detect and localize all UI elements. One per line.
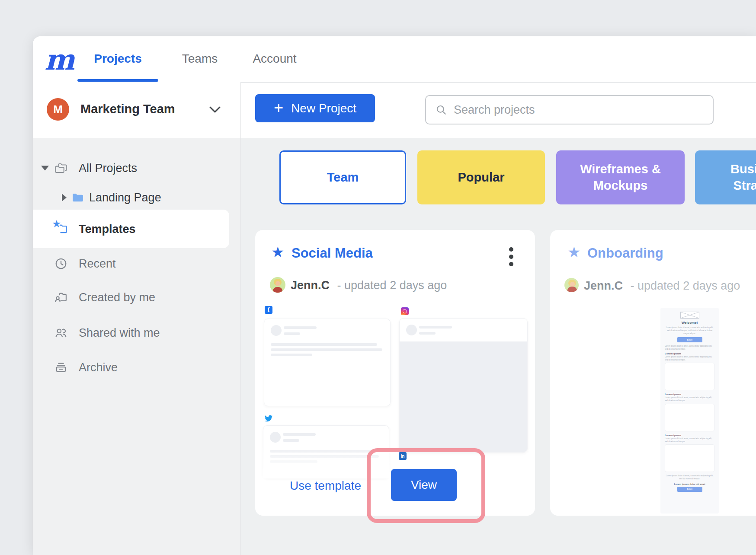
team-name: Marketing Team: [80, 102, 175, 116]
active-tab-underline: [77, 79, 158, 82]
sidebar-item-archive[interactable]: Archive: [33, 355, 240, 380]
twitter-post-mockup: [263, 425, 389, 478]
filter-chip-team[interactable]: Team: [279, 150, 406, 204]
email-section-heading: Lorem ipsum: [665, 393, 714, 396]
sidebar-item-shared-with-me[interactable]: Shared with me: [33, 321, 240, 345]
sidebar-item-label: Templates: [79, 222, 136, 236]
avatar: [564, 278, 579, 292]
author-name: Jenn.C: [291, 279, 330, 292]
app-window: m Projects Teams Account M Marketing Tea…: [33, 36, 756, 555]
folders-icon: [54, 162, 67, 175]
filter-chip-wireframes-mockups[interactable]: Wireframes & Mockups: [556, 150, 685, 204]
chip-label: Team: [327, 169, 359, 186]
card-title[interactable]: Social Media: [292, 246, 373, 261]
tab-teams[interactable]: Teams: [172, 36, 228, 81]
view-button[interactable]: View: [391, 469, 457, 501]
star-icon[interactable]: ★: [567, 245, 580, 259]
star-icon[interactable]: ★: [271, 245, 284, 259]
email-paragraph: Lorem ipsum dolor sit amet, consectetur …: [665, 326, 714, 335]
top-nav: m Projects Teams Account: [33, 36, 756, 83]
card-title[interactable]: Onboarding: [587, 246, 663, 261]
expand-caret-icon[interactable]: [62, 194, 67, 201]
chip-label: Wireframes & Mockups: [573, 161, 668, 194]
sidebar-divider: [240, 82, 241, 555]
app-screen: m Projects Teams Account M Marketing Tea…: [0, 0, 756, 555]
team-switcher[interactable]: M Marketing Team: [33, 82, 240, 138]
new-project-label: New Project: [291, 102, 356, 115]
archive-icon: [54, 361, 67, 374]
template-card-social-media[interactable]: ★ Social Media Jenn.C - updated 2 days a…: [255, 230, 535, 516]
sidebar-item-label: Shared with me: [79, 326, 160, 340]
chevron-down-icon: [209, 106, 221, 113]
sidebar-item-label: Created by me: [79, 291, 155, 304]
sidebar-item-label: Landing Page: [89, 191, 161, 204]
email-paragraph: Lorem ipsum dolor sit amet, consectetur …: [665, 437, 714, 443]
updated-text: - updated 2 days ago: [631, 279, 740, 292]
email-section-heading: Lorem ipsum: [665, 434, 714, 437]
app-logo[interactable]: m: [44, 40, 75, 80]
sidebar-item-all-projects[interactable]: All Projects: [33, 156, 240, 180]
star-icon: ★: [52, 219, 61, 229]
sidebar-item-label: Recent: [79, 257, 116, 271]
filter-chip-popular[interactable]: Popular: [417, 150, 545, 204]
email-footer-heading: Lorem ipsum dolor sit amet: [665, 483, 714, 485]
card-byline: Jenn.C - updated 2 days ago: [584, 279, 740, 293]
instagram-icon: [401, 307, 409, 315]
sidebar-item-label: Archive: [79, 361, 118, 374]
team-avatar: M: [47, 98, 69, 121]
twitter-icon: [265, 415, 272, 422]
tab-account[interactable]: Account: [242, 36, 307, 81]
email-paragraph: Lorem ipsum dolor sit amet, consectetur …: [665, 396, 714, 402]
template-card-onboarding[interactable]: ★ Onboarding Jenn.C - updated 2 days ago…: [550, 230, 756, 516]
email-paragraph: Lorem ipsum dolor sit amet, consectetur …: [665, 356, 714, 362]
email-button: Button: [677, 487, 702, 492]
collapse-caret-icon[interactable]: [41, 166, 49, 171]
chip-label: Business Strategy: [726, 161, 756, 194]
sidebar-item-recent[interactable]: Recent: [33, 252, 240, 276]
use-template-link[interactable]: Use template: [290, 479, 361, 493]
image-placeholder-icon: [680, 312, 699, 319]
kebab-menu-icon[interactable]: [506, 247, 516, 266]
email-content-block: [665, 444, 714, 472]
email-content-block: [665, 404, 714, 431]
search-icon: [436, 104, 447, 115]
email-button: Button: [677, 337, 702, 342]
sidebar-item-templates[interactable]: ★ Templates: [33, 210, 229, 248]
tab-projects[interactable]: Projects: [77, 36, 158, 81]
folder-icon: [71, 191, 84, 204]
email-paragraph: Lorem ipsum dolor sit amet, consectetur …: [665, 345, 714, 351]
clock-icon: [54, 257, 67, 270]
email-paragraph: Lorem ipsum dolor sit amet, consectetur …: [665, 475, 714, 481]
people-icon: [54, 326, 67, 339]
chip-label: Popular: [458, 169, 505, 186]
sidebar-item-landing-page[interactable]: Landing Page: [33, 185, 240, 210]
updated-text: - updated 2 days ago: [337, 279, 447, 292]
avatar: [270, 277, 285, 293]
facebook-post-mockup: [264, 319, 391, 406]
instagram-post-mockup: [399, 318, 528, 453]
author-name: Jenn.C: [584, 279, 623, 292]
filter-chip-business-strategy[interactable]: Business Strategy: [695, 150, 756, 204]
facebook-icon: f: [265, 306, 272, 314]
email-content-block: [665, 363, 714, 390]
sidebar-item-label: All Projects: [79, 162, 137, 175]
linkedin-icon: in: [399, 452, 407, 460]
search-box[interactable]: [425, 95, 714, 124]
folder-user-icon: [54, 291, 67, 304]
sidebar-item-created-by-me[interactable]: Created by me: [33, 285, 240, 309]
search-input[interactable]: [453, 103, 713, 117]
new-project-button[interactable]: + New Project: [255, 94, 375, 122]
email-template-mockup: Welcome! Lorem ipsum dolor sit amet, con…: [660, 308, 719, 514]
card-byline: Jenn.C - updated 2 days ago: [291, 279, 447, 292]
email-section-heading: Lorem ipsum: [665, 352, 714, 355]
email-heading: Welcome!: [665, 321, 714, 325]
